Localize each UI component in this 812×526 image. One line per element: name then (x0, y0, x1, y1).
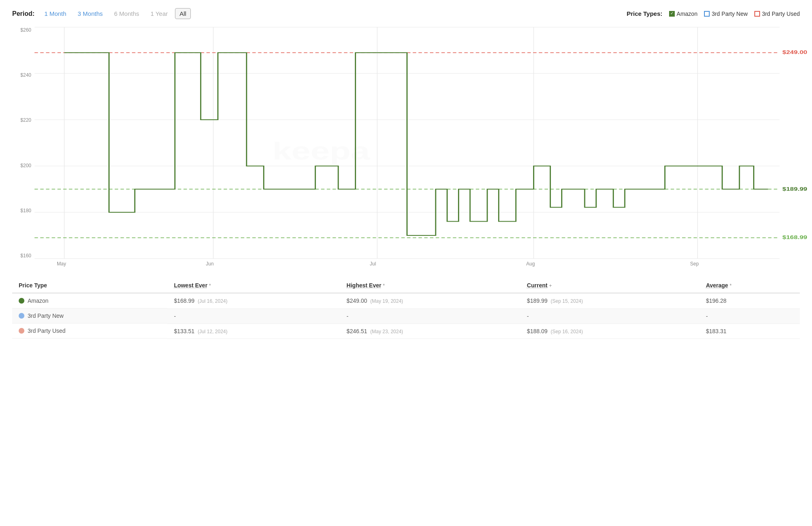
amazon-label: Amazon (677, 11, 698, 17)
td-new-highest: - (340, 308, 520, 323)
period-3months[interactable]: 3 Months (73, 9, 107, 19)
new-party-checkbox[interactable] (704, 11, 710, 17)
ref-current-label: $189.99 (782, 186, 807, 192)
new-party-label: 3rd Party New (712, 11, 748, 17)
chart-area: keepa $249.00 (35, 27, 780, 259)
used-dot (19, 328, 24, 334)
y-axis: $260 $240 $220 $200 $180 $160 (12, 27, 35, 259)
th-current: Current + (520, 278, 700, 293)
td-amazon-highest: $249.00 (May 19, 2024) (340, 293, 520, 308)
period-all[interactable]: All (175, 8, 191, 19)
td-used-highest: $246.51 (May 23, 2024) (340, 323, 520, 338)
x-label-jul: Jul (370, 261, 376, 267)
x-axis: May Jun Jul Aug Sep (35, 259, 780, 275)
td-new-label: 3rd Party New (12, 308, 167, 323)
table-header: Price Type Lowest Ever * Highest Ever * … (12, 278, 800, 293)
td-amazon-current: $189.99 (Sep 15, 2024) (520, 293, 700, 308)
main-container: Period: 1 Month 3 Months 6 Months 1 Year… (0, 0, 812, 347)
td-used-label: 3rd Party Used (12, 323, 167, 338)
chart-wrapper: $260 $240 $220 $200 $180 $160 keepa (12, 23, 800, 275)
th-average: Average * (700, 278, 800, 293)
td-amazon-average: $196.28 (700, 293, 800, 308)
td-amazon-lowest: $168.99 (Jul 16, 2024) (167, 293, 340, 308)
legend-amazon[interactable]: Amazon (669, 11, 698, 17)
th-highest: Highest Ever * (340, 278, 520, 293)
y-label-260: $260 (12, 27, 35, 33)
y-label-240: $240 (12, 72, 35, 78)
y-label-160: $160 (12, 253, 35, 259)
td-new-lowest: - (167, 308, 340, 323)
legend-3rd-party-used[interactable]: 3rd Party Used (754, 11, 800, 17)
price-types-label: Price Types: (626, 10, 662, 17)
y-label-180: $180 (12, 208, 35, 213)
x-label-may: May (57, 261, 66, 267)
x-label-sep: Sep (690, 261, 699, 267)
amazon-price-line (64, 53, 768, 235)
th-lowest: Lowest Ever * (167, 278, 340, 293)
amazon-dot (19, 298, 24, 304)
period-label: Period: (12, 10, 35, 17)
used-row-label: 3rd Party Used (28, 328, 65, 334)
period-section: Period: 1 Month 3 Months 6 Months 1 Year… (12, 8, 191, 19)
table-row: Amazon $168.99 (Jul 16, 2024) $249.00 (M… (12, 293, 800, 308)
used-party-label: 3rd Party Used (762, 11, 800, 17)
table-row: 3rd Party New - - - - (12, 308, 800, 323)
amazon-checkbox[interactable] (669, 11, 675, 17)
td-used-lowest: $133.51 (Jul 12, 2024) (167, 323, 340, 338)
ref-high-label: $249.00 (782, 50, 807, 55)
y-label-200: $200 (12, 163, 35, 168)
td-used-average: $183.31 (700, 323, 800, 338)
new-row-label: 3rd Party New (28, 313, 64, 319)
period-6months[interactable]: 6 Months (110, 9, 143, 19)
td-used-current: $188.09 (Sep 16, 2024) (520, 323, 700, 338)
chart-svg: keepa $249.00 (35, 27, 780, 259)
amazon-row-label: Amazon (28, 297, 48, 304)
legend-3rd-party-new[interactable]: 3rd Party New (704, 11, 748, 17)
th-price-type: Price Type (12, 278, 167, 293)
ref-low-label: $168.99 (782, 235, 807, 240)
table-body: Amazon $168.99 (Jul 16, 2024) $249.00 (M… (12, 293, 800, 338)
header-row: Period: 1 Month 3 Months 6 Months 1 Year… (12, 8, 800, 19)
x-label-aug: Aug (526, 261, 535, 267)
table-row: 3rd Party Used $133.51 (Jul 12, 2024) $2… (12, 323, 800, 338)
period-1year[interactable]: 1 Year (147, 9, 172, 19)
new-dot (19, 313, 24, 319)
td-new-average: - (700, 308, 800, 323)
price-types-section: Price Types: Amazon 3rd Party New 3rd Pa… (626, 10, 800, 17)
td-amazon-label: Amazon (12, 293, 167, 308)
used-party-checkbox[interactable] (754, 11, 760, 17)
td-new-current: - (520, 308, 700, 323)
x-label-jun: Jun (206, 261, 214, 267)
price-table: Price Type Lowest Ever * Highest Ever * … (12, 278, 800, 339)
period-1month[interactable]: 1 Month (40, 9, 70, 19)
y-label-220: $220 (12, 117, 35, 123)
